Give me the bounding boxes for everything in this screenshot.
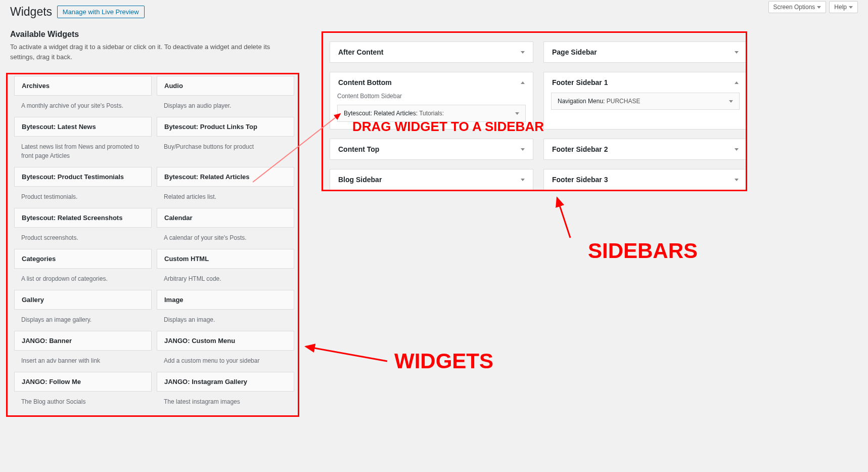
available-widget-description: Related articles list. — [157, 187, 294, 208]
sidebar-title: Footer Sidebar 2 — [552, 145, 608, 153]
chevron-down-icon — [735, 179, 739, 181]
sidebar-title: Footer Sidebar 3 — [552, 176, 608, 184]
widget-instance-label: Navigation Menu: PURCHASE — [558, 98, 640, 105]
available-widget[interactable]: Gallery — [14, 290, 152, 310]
sidebar-title: After Content — [338, 48, 383, 56]
available-widget[interactable]: Bytescout: Related Articles — [157, 167, 294, 187]
chevron-down-icon — [735, 51, 739, 54]
available-widget[interactable]: Bytescout: Related Screenshots — [14, 208, 152, 228]
available-widget-description: Latest news list from News and promoted … — [14, 137, 152, 167]
chevron-down-icon — [849, 6, 853, 9]
available-widget-description: The latest instagram images — [157, 392, 294, 413]
available-widget[interactable]: Custom HTML — [157, 249, 294, 269]
chevron-down-icon — [817, 6, 821, 9]
available-widget[interactable]: Image — [157, 290, 294, 310]
help-button[interactable]: Help — [829, 1, 858, 13]
available-widget[interactable]: Bytescout: Latest News — [14, 117, 152, 137]
sidebar-footer-1[interactable]: Footer Sidebar 1 Navigation Menu: PURCHA… — [543, 72, 747, 130]
chevron-down-icon — [735, 148, 739, 151]
available-widget-description: Buy/Purchase buttons for product — [157, 137, 294, 158]
sidebar-footer-2[interactable]: Footer Sidebar 2 — [543, 139, 747, 160]
sidebar-title: Content Bottom — [338, 78, 392, 87]
sidebar-description: Content Bottom Sidebar — [337, 93, 526, 100]
screen-options-label: Screen Options — [773, 4, 815, 11]
chevron-down-icon — [521, 51, 525, 54]
sidebar-page-sidebar[interactable]: Page Sidebar — [543, 41, 747, 63]
available-widget[interactable]: Audio — [157, 76, 294, 96]
available-widget-description: Displays an image. — [157, 310, 294, 331]
chevron-down-icon — [729, 100, 733, 103]
chevron-down-icon — [521, 179, 525, 181]
available-widget[interactable]: JANGO: Custom Menu — [157, 331, 294, 351]
screen-meta-links: Screen Options Help — [768, 1, 858, 13]
live-preview-button[interactable]: Manage with Live Preview — [57, 6, 145, 18]
sidebar-title: Page Sidebar — [552, 48, 597, 56]
available-widget[interactable]: Categories — [14, 249, 152, 269]
available-widget-description: The Blog author Socials — [14, 392, 152, 413]
available-widget-description: A list or dropdown of categories. — [14, 269, 152, 290]
chevron-up-icon — [521, 81, 525, 84]
sidebars-panel: After Content Page Sidebar Content Botto… — [324, 35, 753, 196]
widget-instance-related-articles[interactable]: Bytescout: Related Articles: Tutorials: — [337, 105, 526, 122]
available-widget-description: Displays an image gallery. — [14, 310, 152, 331]
available-widget-description: Arbitrary HTML code. — [157, 269, 294, 290]
available-widget-description: A monthly archive of your site's Posts. — [14, 96, 152, 117]
sidebar-footer-3[interactable]: Footer Sidebar 3 — [543, 169, 747, 190]
widget-instance-label: Bytescout: Related Articles: Tutorials: — [344, 110, 444, 117]
available-widgets-description: To activate a widget drag it to a sideba… — [10, 42, 283, 62]
available-widget[interactable]: Bytescout: Product Testimonials — [14, 167, 152, 187]
chevron-down-icon — [515, 112, 519, 115]
available-widget-description: Add a custom menu to your sidebar — [157, 351, 294, 372]
page-title: Widgets — [10, 5, 52, 19]
available-widget-description: Displays an audio player. — [157, 96, 294, 117]
widget-instance-navigation-menu[interactable]: Navigation Menu: PURCHASE — [551, 93, 740, 110]
available-widget[interactable]: JANGO: Follow Me — [14, 372, 152, 392]
chevron-up-icon — [735, 81, 739, 84]
chevron-down-icon — [521, 148, 525, 151]
available-widget[interactable]: JANGO: Banner — [14, 331, 152, 351]
available-widget[interactable]: Archives — [14, 76, 152, 96]
available-widget[interactable]: Bytescout: Product Links Top — [157, 117, 294, 137]
screen-options-button[interactable]: Screen Options — [768, 1, 827, 13]
available-widget-description: Product testimonials. — [14, 187, 152, 208]
help-label: Help — [834, 4, 847, 11]
available-widget-description: A calendar of your site's Posts. — [157, 228, 294, 249]
sidebar-blog-sidebar[interactable]: Blog Sidebar — [330, 169, 533, 190]
available-widget-description: Product screenshots. — [14, 228, 152, 249]
available-widgets-panel: ArchivesA monthly archive of your site's… — [10, 72, 298, 417]
available-widget[interactable]: Calendar — [157, 208, 294, 228]
available-widget[interactable]: JANGO: Instagram Gallery — [157, 372, 294, 392]
sidebar-content-bottom[interactable]: Content Bottom Content Bottom Sidebar By… — [330, 72, 533, 130]
available-widget-description: Insert an adv banner with link — [14, 351, 152, 372]
sidebar-content-top[interactable]: Content Top — [330, 139, 533, 160]
sidebar-title: Blog Sidebar — [338, 176, 382, 184]
sidebar-after-content[interactable]: After Content — [330, 41, 533, 63]
sidebar-title: Footer Sidebar 1 — [552, 78, 608, 87]
sidebar-title: Content Top — [338, 145, 379, 153]
